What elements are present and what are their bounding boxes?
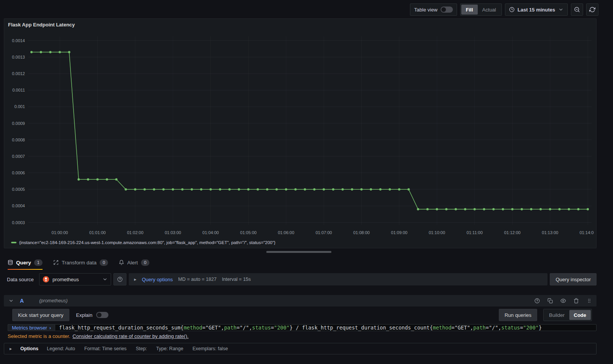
query-row-header[interactable]: A (prometheus)	[4, 295, 597, 307]
table-view-switch[interactable]	[441, 7, 453, 13]
svg-text:01:01:00: 01:01:00	[89, 230, 106, 235]
tab-query[interactable]: Query 1	[8, 256, 43, 269]
tab-query-label: Query	[16, 260, 31, 266]
panel-editor-bottom: Query 1 Transform data 0 Alert 0 Data so…	[4, 256, 597, 354]
promql-query-input[interactable]: flask_http_request_duration_seconds_sum{…	[55, 324, 597, 331]
datasource-row: Data source prometheus ▸ Query options M…	[4, 273, 597, 286]
bell-icon	[119, 260, 124, 265]
datasource-help-button[interactable]	[113, 273, 126, 285]
svg-text:0.0012: 0.0012	[12, 71, 25, 76]
svg-text:01:13:00: 01:13:00	[542, 230, 558, 235]
promql-token: } / flask_http_request_duration_seconds_…	[290, 325, 433, 331]
promql-token: =	[451, 325, 454, 331]
svg-text:0.0006: 0.0006	[12, 171, 25, 175]
transform-icon	[53, 260, 59, 265]
promql-token: flask_http_request_duration_seconds_sum{	[59, 325, 184, 331]
option-summary-item: Exemplars: false	[192, 346, 228, 351]
zoom-out-button[interactable]	[571, 3, 583, 16]
add-rate-hint-link[interactable]: Consider calculating rate of counter by …	[72, 333, 188, 339]
promql-token: path	[473, 325, 486, 331]
query-row-actions	[534, 298, 592, 303]
svg-text:0.001: 0.001	[14, 104, 25, 109]
query-options-bar[interactable]: ▸ Query options MD = auto = 1827 Interva…	[129, 273, 547, 285]
fill-actual-group: Fill Actual	[460, 3, 502, 16]
query-inspector-button[interactable]: Query inspector	[550, 273, 597, 285]
chevron-down-icon[interactable]	[8, 298, 14, 303]
time-range-picker[interactable]: Last 15 minutes	[505, 3, 568, 16]
svg-text:01:06:00: 01:06:00	[278, 230, 294, 235]
remove-query-trash-icon[interactable]	[574, 298, 579, 303]
builder-button[interactable]: Builder	[544, 310, 569, 320]
svg-text:01:10:00: 01:10:00	[429, 230, 445, 235]
option-summary-item: Step:	[136, 346, 147, 351]
query-editor-toolbar: Kick start your query Explain Run querie…	[4, 309, 597, 321]
explain-switch[interactable]	[96, 312, 108, 318]
promql-token: "200"	[274, 325, 290, 331]
builder-code-group: Builder Code	[543, 309, 592, 321]
metrics-browser-button[interactable]: Metrics browser ›	[8, 324, 55, 331]
panel-toolbar: Table view Fill Actual Last 15 minutes	[410, 3, 598, 16]
tab-transform-data[interactable]: Transform data 0	[53, 256, 108, 269]
promql-token: ,	[249, 325, 252, 331]
actual-button[interactable]: Actual	[478, 5, 501, 15]
promql-token: ,	[498, 325, 501, 331]
option-summary-item: Legend: Auto	[47, 346, 75, 351]
promql-token: method	[433, 325, 452, 331]
editor-tabs: Query 1 Transform data 0 Alert 0	[4, 256, 597, 269]
duplicate-query-icon[interactable]	[547, 298, 553, 303]
promql-token: status	[252, 325, 271, 331]
svg-text:01:04:00: 01:04:00	[202, 230, 219, 235]
timeseries-chart[interactable]: 0.00140.00130.00120.00110.0010.00090.000…	[7, 33, 594, 242]
clock-icon	[509, 7, 515, 12]
refresh-button[interactable]	[586, 3, 598, 16]
promql-token: =	[236, 325, 239, 331]
horizontal-scrollbar[interactable]	[266, 251, 331, 253]
svg-text:0.0004: 0.0004	[12, 203, 25, 208]
hide-response-eye-icon[interactable]	[561, 298, 566, 303]
query-help-icon[interactable]	[534, 298, 540, 303]
fill-button[interactable]: Fill	[461, 5, 478, 15]
option-summary-item: Type: Range	[156, 346, 184, 351]
explain-toggle[interactable]: Explain	[76, 312, 109, 318]
svg-text:01:00:00: 01:00:00	[52, 230, 68, 235]
datasource-picker[interactable]: prometheus	[39, 273, 111, 285]
counter-warning-row: Selected metric is a counter. Consider c…	[4, 333, 597, 339]
max-datapoints-text: MD = auto = 1827	[178, 277, 216, 282]
svg-text:0.0013: 0.0013	[12, 55, 25, 59]
legend-swatch	[11, 242, 16, 243]
datasource-label: Data source	[4, 277, 37, 282]
query-datasource-hint: (prometheus)	[39, 298, 67, 303]
code-button[interactable]: Code	[569, 310, 591, 320]
svg-text:0.0011: 0.0011	[12, 88, 25, 92]
svg-text:01:05:00: 01:05:00	[240, 230, 257, 235]
svg-text:0.0009: 0.0009	[12, 121, 25, 126]
promql-token: "200"	[523, 325, 539, 331]
zoom-out-icon	[574, 7, 580, 13]
svg-text:01:14:00: 01:14:00	[580, 230, 594, 235]
query-ref-id[interactable]: A	[20, 298, 24, 304]
kick-start-query-button[interactable]: Kick start your query	[12, 309, 69, 321]
database-icon	[8, 260, 13, 265]
metrics-browser-label: Metrics browser	[12, 325, 47, 331]
options-label[interactable]: Options	[20, 346, 38, 351]
option-summary-item: Format: Time series	[84, 346, 126, 351]
chart-legend[interactable]: {instance="ec2-184-169-216-224.us-west-1…	[11, 240, 275, 245]
chevron-down-icon	[102, 277, 108, 282]
chevron-right-icon: ▸	[10, 346, 12, 351]
svg-text:0.0005: 0.0005	[12, 187, 25, 192]
svg-text:01:07:00: 01:07:00	[316, 230, 332, 235]
svg-text:01:03:00: 01:03:00	[165, 230, 181, 235]
alert-count-badge: 0	[141, 259, 149, 266]
query-options-collapsed-row[interactable]: ▸ Options Legend: AutoFormat: Time serie…	[4, 343, 597, 354]
svg-text:0.0003: 0.0003	[12, 220, 25, 225]
promql-token: =	[271, 325, 274, 331]
run-queries-button[interactable]: Run queries	[499, 309, 537, 321]
time-range-label: Last 15 minutes	[518, 7, 555, 13]
drag-handle-icon[interactable]	[587, 298, 592, 303]
promql-editor-row: Metrics browser › flask_http_request_dur…	[4, 324, 597, 331]
explain-label: Explain	[76, 312, 93, 318]
query-count-badge: 1	[34, 259, 43, 266]
tab-alert[interactable]: Alert 0	[119, 256, 149, 269]
table-view-toggle[interactable]: Table view	[410, 3, 457, 16]
query-options-link[interactable]: Query options	[142, 277, 173, 282]
